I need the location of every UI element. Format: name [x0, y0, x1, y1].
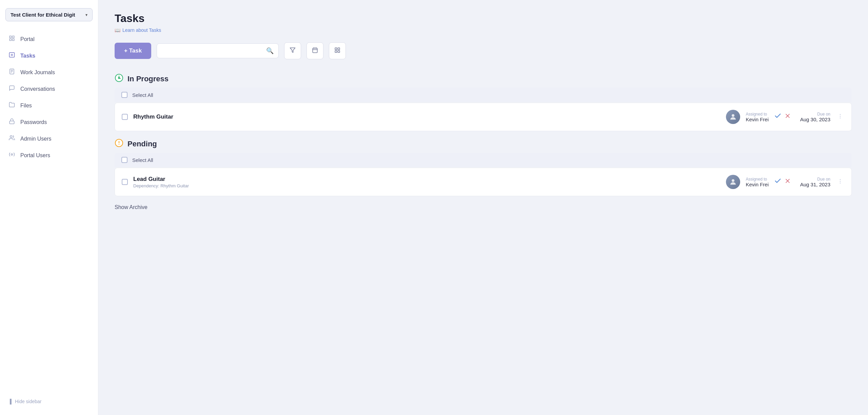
due-label-lead-guitar: Due on — [796, 177, 830, 182]
svg-point-13 — [11, 154, 13, 155]
portal-users-icon — [8, 151, 16, 159]
svg-rect-11 — [9, 121, 14, 124]
section-title-pending: Pending — [127, 140, 157, 148]
show-archive-button[interactable]: Show Archive — [115, 204, 852, 210]
client-name: Test Client for Ethical Digit — [11, 12, 75, 18]
svg-rect-2 — [9, 39, 11, 41]
svg-rect-0 — [9, 36, 11, 38]
svg-rect-3 — [13, 39, 14, 41]
select-all-label-in-progress: Select All — [132, 92, 153, 98]
svg-rect-21 — [335, 50, 337, 52]
calendar-icon — [312, 47, 318, 55]
tasks-icon — [8, 52, 16, 60]
search-box[interactable]: 🔍 — [157, 43, 279, 58]
svg-point-36 — [840, 179, 841, 180]
select-all-row-pending: Select All — [115, 153, 852, 167]
svg-rect-4 — [9, 53, 15, 57]
sidebar: Test Client for Ethical Digit ▾ PortalTa… — [0, 0, 98, 415]
svg-rect-19 — [335, 48, 337, 49]
page-title: Tasks — [115, 12, 852, 25]
sidebar-item-tasks[interactable]: Tasks — [0, 47, 98, 64]
svg-point-32 — [119, 144, 119, 145]
files-icon — [8, 102, 16, 109]
client-selector[interactable]: Test Client for Ethical Digit ▾ — [5, 8, 93, 21]
assigned-name-lead-guitar: Kevin Frei — [746, 182, 769, 187]
task-checkbox-lead-guitar[interactable] — [122, 179, 128, 185]
delete-button-rhythm-guitar[interactable] — [784, 112, 791, 121]
search-icon: 🔍 — [266, 47, 274, 55]
svg-point-25 — [732, 114, 734, 117]
sidebar-item-work-journals[interactable]: Work Journals — [0, 64, 98, 81]
due-info-lead-guitar: Due onAug 31, 2023 — [796, 177, 830, 187]
kebab-menu-button-lead-guitar[interactable] — [836, 178, 845, 186]
svg-point-24 — [118, 77, 120, 79]
task-checkbox-rhythm-guitar[interactable] — [122, 114, 128, 120]
sidebar-item-files[interactable]: Files — [0, 97, 98, 114]
assigned-name-rhythm-guitar: Kevin Frei — [746, 117, 769, 122]
add-task-button[interactable]: + Task — [115, 43, 151, 59]
assigned-info-rhythm-guitar: Assigned toKevin Frei — [746, 112, 769, 122]
svg-point-28 — [840, 114, 841, 115]
sidebar-item-passwords[interactable]: Passwords — [0, 114, 98, 130]
complete-button-lead-guitar[interactable] — [774, 177, 782, 187]
sidebar-item-label-work-journals: Work Journals — [20, 69, 55, 76]
calendar-view-button[interactable] — [307, 42, 323, 59]
filter-icon — [290, 47, 296, 55]
select-all-checkbox-in-progress[interactable] — [121, 92, 127, 98]
due-date-lead-guitar: Aug 31, 2023 — [796, 182, 830, 187]
due-info-rhythm-guitar: Due onAug 30, 2023 — [796, 112, 830, 122]
kebab-menu-button-rhythm-guitar[interactable] — [836, 113, 845, 121]
complete-button-rhythm-guitar[interactable] — [774, 112, 782, 122]
learn-tasks-link[interactable]: 📖 Learn about Tasks — [115, 27, 852, 33]
svg-point-37 — [840, 181, 841, 181]
sidebar-item-conversations[interactable]: Conversations — [0, 81, 98, 97]
sidebar-item-portal[interactable]: Portal — [0, 31, 98, 47]
avatar-lead-guitar — [726, 175, 740, 189]
sidebar-item-label-files: Files — [20, 103, 32, 109]
in-progress-status-icon — [115, 74, 123, 84]
search-input[interactable] — [162, 48, 263, 54]
learn-tasks-label: Learn about Tasks — [122, 27, 161, 33]
svg-rect-20 — [338, 48, 340, 49]
svg-rect-1 — [13, 36, 14, 38]
due-label-rhythm-guitar: Due on — [796, 112, 830, 117]
sidebar-item-label-tasks: Tasks — [20, 53, 35, 59]
section-pending: PendingSelect AllLead GuitarDependency: … — [115, 134, 852, 196]
sidebar-item-admin-users[interactable]: Admin Users — [0, 130, 98, 147]
passwords-icon — [8, 118, 16, 126]
section-header-in-progress: In Progress — [115, 69, 852, 88]
hide-sidebar-label: Hide sidebar — [15, 399, 42, 404]
chevron-down-icon: ▾ — [85, 13, 87, 17]
assigned-info-lead-guitar: Assigned toKevin Frei — [746, 177, 769, 187]
toolbar: + Task 🔍 — [115, 42, 852, 59]
svg-marker-14 — [290, 48, 295, 53]
svg-point-33 — [732, 179, 734, 182]
svg-rect-22 — [338, 50, 340, 52]
avatar-rhythm-guitar — [726, 110, 740, 124]
task-card-rhythm-guitar: Rhythm GuitarAssigned toKevin FreiDue on… — [115, 103, 852, 131]
work-journals-icon — [8, 68, 16, 76]
select-all-label-pending: Select All — [132, 157, 153, 163]
portal-icon — [8, 35, 16, 43]
task-name-lead-guitar: Lead Guitar — [133, 176, 721, 183]
svg-point-12 — [10, 136, 12, 138]
due-date-rhythm-guitar: Aug 30, 2023 — [796, 117, 830, 122]
select-all-checkbox-pending[interactable] — [121, 157, 127, 163]
sidebar-nav: PortalTasksWork JournalsConversationsFil… — [0, 31, 98, 164]
assigned-label-rhythm-guitar: Assigned to — [746, 112, 769, 117]
section-header-pending: Pending — [115, 134, 852, 153]
sidebar-item-portal-users[interactable]: Portal Users — [0, 147, 98, 164]
hide-sidebar-button[interactable]: ▐ Hide sidebar — [0, 393, 98, 410]
svg-point-29 — [840, 116, 841, 116]
sidebar-item-label-portal: Portal — [20, 36, 35, 42]
svg-point-38 — [840, 183, 841, 183]
filter-button[interactable] — [284, 42, 301, 59]
task-name-rhythm-guitar: Rhythm Guitar — [133, 113, 721, 120]
svg-point-30 — [840, 118, 841, 118]
delete-button-lead-guitar[interactable] — [784, 178, 791, 186]
pending-status-icon — [115, 139, 123, 149]
section-in-progress: In ProgressSelect AllRhythm GuitarAssign… — [115, 69, 852, 131]
sidebar-item-label-portal-users: Portal Users — [20, 152, 50, 159]
section-title-in-progress: In Progress — [127, 75, 169, 83]
grid-view-button[interactable] — [329, 42, 346, 59]
